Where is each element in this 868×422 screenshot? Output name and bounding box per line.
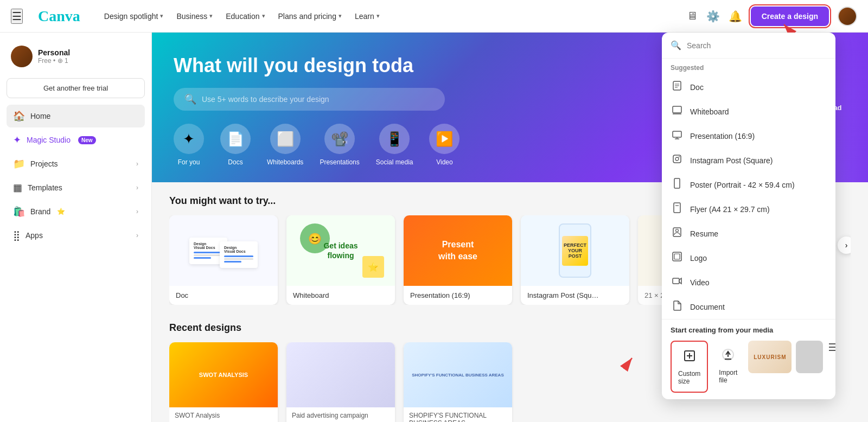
presentation-overlay-text: Presentwith ease — [438, 239, 477, 263]
chevron-down-icon: ▾ — [376, 12, 380, 20]
dropdown-search-icon: 🔍 — [671, 40, 681, 50]
apps-icon: ⣿ — [13, 229, 20, 241]
new-badge: New — [78, 136, 96, 144]
dropdown-item-flyer[interactable]: Flyer (A4 21 × 29.7 cm) — [662, 197, 835, 221]
chevron-down-icon: ▾ — [339, 12, 342, 20]
hero-search-bar[interactable]: 🔍 — [174, 88, 445, 111]
dropdown-item-presentation[interactable]: Presentation (16:9) — [662, 124, 835, 148]
presentations-icon: 📽️ — [324, 124, 355, 154]
svg-point-16 — [676, 229, 679, 232]
create-design-button[interactable]: Create a design — [751, 7, 829, 26]
video-icon — [671, 276, 684, 289]
hero-icon-social-media[interactable]: 📱 Social media — [376, 124, 413, 166]
nav-design-spotlight[interactable]: Design spotlight ▾ — [99, 9, 169, 24]
home-icon: 🏠 — [13, 110, 25, 122]
svg-rect-6 — [673, 131, 681, 137]
hero-icon-for-you[interactable]: ✦ For you — [174, 124, 204, 166]
recent-card-shopify[interactable]: SHOPIFY'S FUNCTIONAL BUSINESS AREAS SHOP… — [404, 342, 512, 422]
media-list-icon[interactable] — [827, 341, 835, 358]
media-preview-card: LUXURISM — [748, 341, 792, 373]
sidebar-item-projects[interactable]: 📁 Projects › — [7, 152, 145, 175]
import-icon — [720, 347, 736, 366]
hamburger-menu-button[interactable]: ☰ — [11, 9, 23, 24]
instagram-card[interactable]: PERFECTYOUR POST Instagram Post (Squ… — [521, 215, 629, 305]
import-file-label: Import file — [719, 369, 737, 384]
svg-rect-18 — [674, 254, 680, 259]
document-icon — [671, 300, 684, 314]
sidebar-item-magic-studio[interactable]: ✦ Magic Studio New — [7, 129, 145, 151]
doc-card-label: Doc — [169, 286, 278, 305]
import-file-option[interactable]: Import file — [712, 341, 744, 391]
logo-icon — [671, 251, 684, 265]
sidebar-item-templates[interactable]: ▦ Templates › — [7, 176, 145, 199]
create-design-dropdown: 🔍 Suggested Doc Whiteboard Presentation … — [662, 33, 835, 399]
recent-label-paid-ads: Paid advertising campaign — [286, 407, 395, 422]
chevron-right-icon: › — [136, 160, 138, 168]
nav-plans-pricing[interactable]: Plans and pricing ▾ — [273, 9, 347, 24]
presentation-icon — [671, 129, 684, 143]
hero-icon-presentations[interactable]: 📽️ Presentations — [320, 124, 359, 166]
dropdown-search-area[interactable]: 🔍 — [662, 33, 835, 59]
hero-icon-docs[interactable]: 📄 Docs — [220, 124, 251, 166]
sidebar: Personal Free • ⊕ 1 Get another free tri… — [0, 33, 152, 422]
presentation-card-thumbnail: Presentwith ease — [404, 215, 512, 286]
star-icon: ⭐ — [57, 208, 65, 215]
whiteboard-card[interactable]: 😊 ⭐ Get ideasflowing Whiteboard — [286, 215, 395, 305]
hero-icon-whiteboards[interactable]: ⬜ Whiteboards — [267, 124, 303, 166]
free-trial-button[interactable]: Get another free trial — [7, 78, 145, 98]
doc-card-thumbnail: DesignVisual Docs DesignVisual Docs — [169, 215, 278, 286]
svg-rect-9 — [673, 155, 681, 163]
recent-card-paid-ads[interactable]: Paid advertising campaign — [286, 342, 395, 422]
dropdown-item-whiteboard[interactable]: Whiteboard — [662, 99, 835, 124]
whiteboards-icon: ⬜ — [270, 124, 301, 154]
video-icon: ▶️ — [429, 124, 459, 154]
svg-point-10 — [675, 157, 679, 161]
dropdown-item-doc[interactable]: Doc — [662, 75, 835, 99]
whiteboard-icon — [671, 105, 684, 118]
hero-search-input[interactable] — [202, 95, 434, 104]
dropdown-item-instagram[interactable]: Instagram Post (Square) — [662, 148, 835, 172]
dropdown-item-poster[interactable]: Poster (Portrait - 42 × 59.4 cm) — [662, 172, 835, 197]
dropdown-item-resume[interactable]: Resume — [662, 221, 835, 246]
chevron-down-icon: ▾ — [262, 12, 265, 20]
nav-education[interactable]: Education ▾ — [220, 9, 270, 24]
sidebar-item-home[interactable]: 🏠 Home — [7, 105, 145, 127]
settings-icon[interactable]: ⚙️ — [706, 10, 720, 23]
custom-size-option[interactable]: Custom size — [671, 341, 708, 393]
dropdown-item-document[interactable]: Document — [662, 295, 835, 319]
nav-learn[interactable]: Learn ▾ — [349, 9, 385, 24]
top-navigation: ☰ Canva Design spotlight ▾ Business ▾ Ed… — [0, 0, 868, 33]
svg-rect-4 — [673, 106, 681, 113]
folder-icon: 📁 — [13, 158, 25, 170]
carousel-next-button[interactable]: › — [838, 236, 851, 254]
recent-label-swot: SWOT Analysis — [169, 407, 278, 422]
hero-icon-video[interactable]: ▶️ Video — [429, 124, 459, 166]
recent-thumb-paid-ads — [286, 342, 395, 407]
dropdown-suggested-title: Suggested — [662, 59, 835, 75]
doc-card[interactable]: DesignVisual Docs DesignVisual Docs — [169, 215, 278, 305]
recent-thumb-shopify: SHOPIFY'S FUNCTIONAL BUSINESS AREAS — [404, 342, 512, 407]
flyer-icon — [671, 202, 684, 216]
whiteboard-card-label: Whiteboard — [286, 286, 395, 305]
sidebar-item-brand[interactable]: 🛍️ Brand ⭐ › — [7, 200, 145, 223]
nav-business[interactable]: Business ▾ — [171, 9, 218, 24]
sidebar-user-section: Personal Free • ⊕ 1 — [7, 41, 145, 72]
presentation-card[interactable]: Presentwith ease Presentation (16:9) — [404, 215, 512, 305]
whiteboard-card-thumbnail: 😊 ⭐ Get ideasflowing — [286, 215, 395, 286]
whiteboard-overlay-text: Get ideasflowing — [323, 241, 358, 260]
sidebar-avatar[interactable] — [11, 46, 33, 67]
dropdown-item-logo[interactable]: Logo — [662, 246, 835, 270]
bell-icon[interactable]: 🔔 — [729, 10, 742, 23]
media-person-card — [796, 341, 823, 373]
user-avatar[interactable] — [838, 7, 857, 26]
dropdown-item-video[interactable]: Video — [662, 270, 835, 295]
brand-icon: 🛍️ — [13, 206, 25, 218]
canva-logo[interactable]: Canva — [38, 8, 80, 25]
instagram-card-label: Instagram Post (Squ… — [521, 286, 629, 305]
dropdown-search-input[interactable] — [687, 41, 827, 50]
recent-card-swot[interactable]: SWOT ANALYSIS SWOT Analysis — [169, 342, 278, 422]
sidebar-item-apps[interactable]: ⣿ Apps › — [7, 224, 145, 247]
custom-size-label: Custom size — [678, 370, 700, 385]
recent-label-shopify: SHOPIFY'S FUNCTIONAL BUSINESS AREAS — [404, 407, 512, 422]
monitor-icon[interactable]: 🖥 — [687, 10, 698, 22]
